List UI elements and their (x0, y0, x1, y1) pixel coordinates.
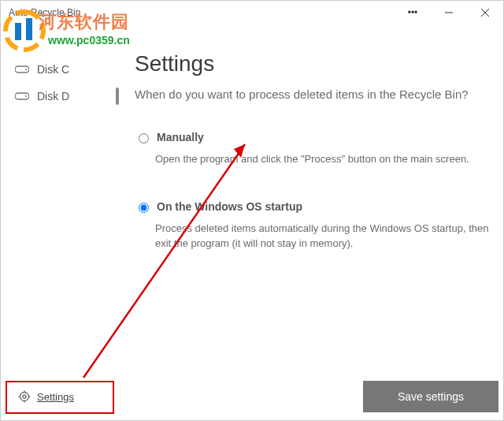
svg-point-10 (23, 395, 26, 398)
gear-icon (18, 390, 31, 403)
svg-rect-3 (15, 23, 21, 40)
option-label: Manually (157, 131, 204, 143)
radio-on-startup[interactable] (139, 203, 149, 213)
close-button[interactable] (467, 1, 503, 24)
option-label: On the Windows OS startup (157, 200, 302, 213)
window-title: Auto Recycle Bin (9, 7, 80, 18)
close-icon (480, 8, 490, 17)
page-title: Settings (135, 51, 495, 76)
main-content: Settings When do you want to process del… (119, 48, 503, 420)
title-bar: Auto Recycle Bin ••• (1, 1, 503, 24)
option-on-startup: On the Windows OS startup Process delete… (135, 200, 495, 251)
sidebar-item-label: Disk C (37, 63, 69, 76)
option-manually-row[interactable]: Manually (135, 131, 495, 143)
sidebar-item-disk-c[interactable]: Disk C (1, 56, 119, 83)
option-description: Open the program and click the "Process"… (155, 151, 495, 167)
svg-point-6 (25, 69, 27, 70)
option-description: Process deleted items automatically duri… (155, 221, 495, 251)
more-button[interactable]: ••• (395, 1, 431, 24)
svg-point-9 (20, 393, 29, 401)
sidebar: Disk C Disk D Settings (1, 48, 119, 420)
svg-rect-5 (15, 66, 29, 73)
disk-icon (15, 91, 29, 101)
radio-manually[interactable] (139, 133, 149, 143)
save-settings-button[interactable]: Save settings (363, 381, 498, 412)
window-controls: ••• (395, 1, 503, 24)
disk-icon (15, 65, 29, 74)
option-on-startup-row[interactable]: On the Windows OS startup (135, 200, 495, 213)
sidebar-item-disk-d[interactable]: Disk D (1, 83, 119, 110)
dots-icon: ••• (408, 7, 418, 18)
page-subtitle: When do you want to process deleted item… (135, 86, 495, 102)
minimize-icon (444, 8, 454, 17)
sidebar-settings-link[interactable]: Settings (6, 381, 114, 414)
sidebar-settings-label: Settings (37, 391, 74, 403)
app-window: Auto Recycle Bin ••• 河东软件园 www.pc0359.cn (0, 0, 504, 421)
svg-point-8 (25, 95, 27, 97)
option-manually: Manually Open the program and click the … (135, 131, 495, 167)
sidebar-item-label: Disk D (37, 90, 69, 102)
watermark-url: www.pc0359.cn (48, 34, 130, 47)
minimize-button[interactable] (431, 1, 467, 24)
svg-rect-7 (15, 93, 29, 99)
